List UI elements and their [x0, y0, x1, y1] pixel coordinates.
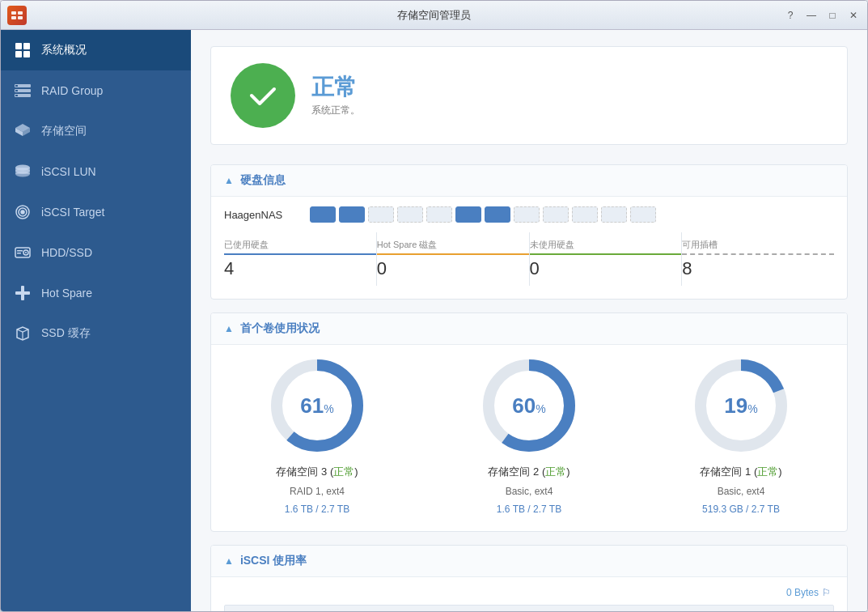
sidebar-item-iscsi-lun[interactable]: iSCSI LUN: [1, 151, 191, 192]
donut-chart-3: 61%: [265, 353, 370, 458]
donut-label-2: 60%: [512, 393, 545, 419]
disk-slot-1: [310, 206, 336, 223]
sidebar: 系统概况 RAID Group: [1, 30, 191, 611]
disk-slot-5: [426, 206, 452, 223]
volume-type-1: Basic, ext4: [718, 486, 765, 497]
sidebar-label-ssd-cache: SSD 缓存: [41, 326, 91, 341]
hot-spare-label: Hot Spare 磁盘: [377, 239, 529, 255]
disk-slot-7: [485, 206, 510, 223]
sidebar-item-hdd-ssd[interactable]: HDD/SSD: [1, 232, 191, 273]
disk-info-row: HaagenNAS: [224, 206, 834, 223]
volume-status-1: 正常: [757, 465, 778, 478]
unused-disks-stat: 未使用硬盘 0: [530, 232, 683, 286]
iscsi-top-value: 0 Bytes: [786, 587, 819, 598]
iscsi-section: ▲ iSCSI 使用率 0 Bytes ⚐ 已报告: [210, 545, 848, 611]
sidebar-item-storage[interactable]: 存储空间: [1, 111, 191, 151]
volume-item-1: 19% 存储空间 1 (正常) Basic, ext4 519.3 GB / 2…: [688, 353, 794, 515]
svg-rect-29: [17, 253, 21, 254]
main-window: 存储空间管理员 ? — □ ✕ 系统概况: [0, 0, 868, 612]
raid-icon: [14, 82, 32, 100]
app-icon: [7, 6, 27, 25]
volume-size-3: 1.6 TB / 2.7 TB: [285, 504, 349, 515]
disk-info-body: HaagenNAS: [211, 197, 847, 299]
svg-rect-28: [17, 250, 23, 252]
svg-rect-5: [23, 43, 30, 49]
available-slots-value: 8: [682, 258, 834, 279]
status-section: 正常 系统正常。: [210, 46, 848, 145]
hot-spare-icon: [14, 284, 32, 302]
hot-spare-stat: Hot Spare 磁盘 0: [377, 232, 530, 286]
iscsi-title: iSCSI 使用率: [240, 554, 307, 568]
svg-rect-0: [11, 11, 16, 15]
donut-chart-1: 19%: [688, 353, 794, 458]
window-controls: ? — □ ✕: [783, 8, 861, 23]
help-button[interactable]: ?: [783, 8, 798, 23]
sidebar-label-iscsi-lun: iSCSI LUN: [41, 165, 96, 178]
volume-name-3: 存储空间 3 (正常): [276, 465, 358, 479]
sidebar-item-raid[interactable]: RAID Group: [1, 70, 191, 111]
disk-slot-11: [601, 206, 627, 223]
ssd-cache-icon: [14, 325, 32, 342]
sidebar-label-hot-spare: Hot Spare: [41, 287, 92, 300]
svg-rect-12: [15, 90, 18, 91]
disk-slot-6: [455, 206, 481, 223]
volume-usage-header: ▲ 首个卷使用状况: [211, 313, 847, 345]
volume-usage-title: 首个卷使用状况: [240, 321, 320, 336]
donut-chart-2: 60%: [476, 353, 582, 458]
disk-slot-10: [572, 206, 598, 223]
iscsi-chevron[interactable]: ▲: [224, 555, 234, 567]
available-slots-stat: 可用插槽 8: [682, 232, 834, 286]
iscsi-flag-icon: ⚐: [822, 587, 831, 598]
overview-icon: [14, 41, 32, 59]
disk-info-section: ▲ 硬盘信息 HaagenNAS: [210, 164, 848, 300]
disk-info-chevron[interactable]: ▲: [224, 175, 234, 186]
donut-label-1: 19%: [724, 393, 757, 419]
svg-rect-4: [15, 43, 22, 49]
used-disks-stat: 已使用硬盘 4: [224, 232, 377, 286]
status-description: 系统正常。: [311, 104, 360, 117]
minimize-button[interactable]: —: [804, 8, 819, 23]
storage-icon: [14, 122, 32, 140]
sidebar-item-ssd-cache[interactable]: SSD 缓存: [1, 313, 191, 354]
used-disks-value: 4: [224, 258, 376, 279]
main-content: 正常 系统正常。 ▲ 硬盘信息 HaagenNAS: [191, 30, 867, 611]
svg-rect-6: [15, 51, 22, 57]
content-area: 系统概况 RAID Group: [1, 30, 867, 611]
volume-status-2: 正常: [545, 465, 566, 478]
hdd-ssd-icon: [14, 244, 32, 261]
svg-rect-7: [23, 51, 30, 57]
sidebar-label-iscsi-target: iSCSI Target: [41, 206, 104, 219]
iscsi-body: 0 Bytes ⚐ 已报告 0 Bytes: [211, 577, 847, 611]
volume-item-2: 60% 存储空间 2 (正常) Basic, ext4 1.6 TB / 2.7…: [476, 353, 582, 515]
unused-disks-value: 0: [530, 258, 682, 279]
maximize-button[interactable]: □: [825, 8, 840, 23]
used-disks-label: 已使用硬盘: [224, 239, 376, 255]
disk-slot-3: [368, 206, 394, 223]
sidebar-item-hot-spare[interactable]: Hot Spare: [1, 273, 191, 313]
iscsi-target-icon: [14, 203, 32, 221]
volume-type-2: Basic, ext4: [506, 486, 553, 497]
disk-stats: 已使用硬盘 4 Hot Spare 磁盘 0 未使用硬盘 0 可用插槽: [224, 232, 834, 286]
sidebar-label-hdd-ssd: HDD/SSD: [41, 246, 92, 259]
unused-disks-label: 未使用硬盘: [530, 239, 682, 255]
iscsi-progress-bar: [224, 605, 834, 611]
disk-slots: [310, 206, 834, 223]
volume-size-2: 1.6 TB / 2.7 TB: [497, 504, 561, 515]
svg-rect-2: [11, 16, 16, 19]
volume-usage-chevron[interactable]: ▲: [224, 323, 234, 334]
disk-slot-8: [514, 206, 540, 223]
sidebar-item-overview[interactable]: 系统概况: [1, 30, 191, 70]
sidebar-item-iscsi-target[interactable]: iSCSI Target: [1, 192, 191, 232]
svg-rect-11: [15, 85, 18, 87]
window-title: 存储空间管理员: [397, 8, 471, 23]
volume-charts: 61% 存储空间 3 (正常) RAID 1, ext4 1.6 TB / 2.…: [211, 345, 847, 531]
status-text: 正常 系统正常。: [311, 74, 360, 118]
status-title: 正常: [311, 74, 360, 101]
disk-slot-9: [543, 206, 569, 223]
volume-size-1: 519.3 GB / 2.7 TB: [702, 504, 780, 515]
nas-name: HaagenNAS: [224, 209, 297, 221]
iscsi-header: ▲ iSCSI 使用率: [211, 546, 847, 577]
svg-rect-32: [21, 292, 24, 300]
close-button[interactable]: ✕: [846, 8, 861, 23]
svg-rect-3: [18, 16, 23, 19]
